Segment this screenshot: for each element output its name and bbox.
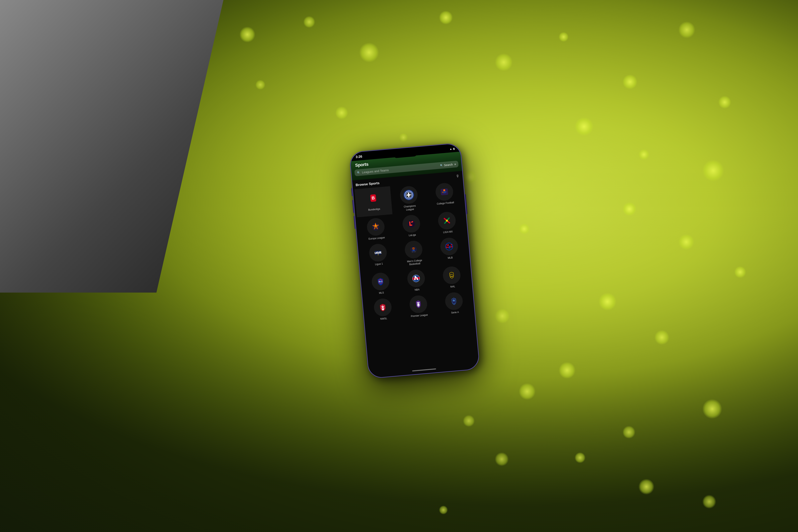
ligue1-label: Ligue 1 — [375, 262, 383, 266]
status-icons: ▲ ▮ — [449, 147, 455, 150]
nhl-label: NHL — [450, 285, 455, 288]
premier-league-icon-circle — [409, 294, 428, 314]
sport-item-nhl[interactable]: NHL NHL — [433, 263, 471, 291]
battery-icon: ▮ — [453, 147, 455, 150]
sport-item-laliga[interactable]: LaLiga — [393, 212, 431, 240]
sport-item-bundesliga[interactable]: B Bundesliga — [355, 186, 393, 217]
sport-item-premier-league[interactable]: Premier League — [400, 292, 437, 320]
europa-league-svg — [370, 221, 382, 233]
laliga-label: LaLiga — [408, 233, 416, 237]
mlb-svg — [443, 240, 455, 252]
laliga-icon-circle — [402, 214, 421, 233]
europa-league-label: Europa League — [368, 236, 385, 241]
nwsl-icon-circle — [373, 298, 392, 317]
search-button[interactable]: 🔍 Search ≡ — [440, 163, 456, 167]
serie-a-label: Serie A — [451, 310, 459, 315]
sport-item-serie-a[interactable]: A Serie A — [435, 289, 473, 317]
nwsl-svg — [377, 301, 389, 314]
nhl-icon-circle: NHL — [442, 266, 461, 285]
mcb-svg — [407, 243, 420, 255]
sport-item-europa-league[interactable]: Europa League — [357, 215, 395, 243]
mcb-icon-circle — [404, 240, 423, 259]
nba-label: NBA — [415, 288, 420, 292]
wifi-icon: ▲ — [449, 147, 452, 150]
champions-league-icon-circle — [399, 185, 418, 204]
mlb-label: MLB — [448, 256, 453, 260]
sport-item-mens-college-basketball[interactable]: Men's College Basketball — [395, 238, 433, 269]
nba-svg — [410, 272, 422, 284]
europa-league-icon-circle — [366, 217, 385, 236]
serie-a-svg: A — [448, 295, 460, 307]
nhl-svg: NHL — [446, 269, 458, 281]
college-football-label: College Football — [437, 201, 454, 206]
search-icon: 🔍 — [357, 171, 361, 174]
sport-item-college-football[interactable]: College Football — [426, 180, 464, 211]
svg-text:NHL: NHL — [450, 273, 453, 275]
status-time: 3:26 — [356, 155, 362, 159]
svg-text:MLS: MLS — [378, 280, 382, 283]
bundesliga-icon-circle: B — [364, 189, 383, 207]
phone: 3:26 ▲ ▮ Sports 🔍 — [349, 142, 480, 379]
ligue1-icon-circle: LIGUE LIGUE 1 — [368, 243, 387, 262]
app-title: Sports — [355, 162, 369, 168]
champions-league-svg — [403, 189, 415, 201]
bundesliga-svg: B — [367, 192, 379, 204]
premier-league-svg — [412, 298, 424, 310]
svg-text:B: B — [371, 195, 375, 201]
champions-league-label: Champions League — [400, 204, 420, 212]
search-btn-label: Search — [444, 163, 453, 167]
laliga-svg — [405, 217, 417, 230]
mls-svg: MLS — [375, 276, 387, 288]
sport-item-liga-mx[interactable]: LIGA MX — [428, 209, 466, 237]
search-btn-icon: 🔍 — [440, 164, 443, 167]
scene: 3:26 ▲ ▮ Sports 🔍 — [0, 0, 798, 532]
home-bar — [412, 368, 436, 371]
college-football-icon-circle — [435, 182, 454, 201]
browse-section: Browse Sports 🎙 — [352, 171, 479, 371]
sport-item-mlb[interactable]: MLB — [431, 234, 469, 266]
phone-screen: 3:26 ▲ ▮ Sports 🔍 — [350, 143, 480, 378]
phone-frame: 3:26 ▲ ▮ Sports 🔍 — [349, 142, 480, 379]
browse-title: Browse Sports — [356, 181, 380, 187]
svg-text:1: 1 — [377, 253, 379, 255]
college-football-svg — [438, 186, 451, 198]
nba-icon-circle — [406, 269, 425, 288]
sports-grid: B Bundesliga — [353, 180, 475, 324]
mic-icon[interactable]: 🎙 — [456, 174, 460, 178]
menu-icon: ≡ — [454, 163, 456, 166]
ligue1-svg: LIGUE LIGUE 1 — [372, 247, 384, 259]
sport-item-champions-league[interactable]: Champions League — [390, 183, 428, 214]
sport-item-ligue1[interactable]: LIGUE LIGUE 1 Ligue 1 — [359, 241, 397, 272]
nwsl-label: NWSL — [380, 317, 387, 321]
serie-a-icon-circle: A — [444, 291, 463, 310]
premier-league-label: Premier League — [411, 313, 428, 318]
sport-item-nwsl[interactable]: NWSL — [364, 295, 402, 323]
bundesliga-label: Bundesliga — [368, 207, 380, 212]
mls-icon-circle: MLS — [371, 272, 390, 291]
liga-mx-label: LIGA MX — [443, 230, 453, 234]
svg-text:A: A — [453, 302, 455, 304]
sport-item-mls[interactable]: MLS MLS — [362, 269, 400, 298]
screen-content: 3:26 ▲ ▮ Sports 🔍 — [350, 143, 480, 378]
liga-mx-svg — [441, 215, 453, 227]
mlb-icon-circle — [440, 237, 459, 256]
mls-label: MLS — [379, 291, 384, 295]
sport-item-nba[interactable]: NBA — [397, 266, 435, 294]
liga-mx-icon-circle — [437, 211, 456, 230]
mcb-label: Men's College Basketball — [404, 259, 425, 266]
